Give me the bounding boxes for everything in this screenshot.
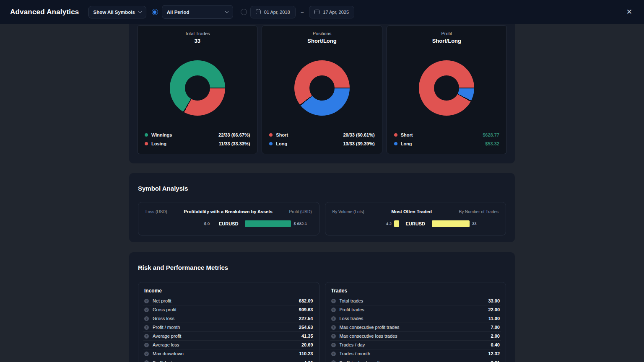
info-icon[interactable]: ?: [331, 308, 336, 312]
date-range-separator: –: [301, 9, 304, 15]
info-icon[interactable]: ?: [331, 343, 336, 347]
period-dropdown[interactable]: All Period: [162, 5, 233, 19]
info-icon[interactable]: ?: [144, 325, 149, 330]
table-rows: ? Total trades 33.00 ? Profit trades 22.…: [330, 297, 501, 362]
left-axis-label: By Volume (Lots): [332, 209, 364, 214]
table-row: ? Trades / month 12.32: [330, 349, 501, 358]
section-title: Risk and Performance Metrics: [138, 264, 506, 271]
info-icon[interactable]: ?: [331, 334, 336, 339]
table-row: ? Profit factor 4.00: [143, 358, 314, 362]
symbols-dropdown-value: Show All Symbols: [93, 10, 135, 15]
legend-row: Short $628.77: [394, 132, 499, 138]
card-value: Short/Long: [269, 38, 374, 44]
date-from-value: 01 Apr, 2018: [264, 10, 290, 15]
legend: Short 20/33 (60.61%) Long 13/33 (39.39%): [269, 132, 374, 147]
legend-row: Short 20/33 (60.61%): [269, 132, 374, 138]
info-icon[interactable]: ?: [144, 360, 149, 362]
symbol-label: EURUSD: [212, 221, 245, 226]
profit-donut-chart: [419, 60, 474, 116]
legend-row: Long 13/33 (39.39%): [269, 140, 374, 147]
card-value: 33: [145, 38, 250, 44]
right-axis-label: Profit (USD): [289, 209, 312, 214]
date-to-value: 17 Apr, 2025: [323, 10, 349, 15]
chevron-down-icon: [225, 10, 229, 13]
table-row: ? Trades / day 0.40: [330, 341, 501, 349]
info-icon[interactable]: ?: [331, 325, 336, 330]
info-icon[interactable]: ?: [144, 308, 149, 312]
symbols-dropdown[interactable]: Show All Symbols: [88, 6, 146, 18]
info-icon[interactable]: ?: [144, 299, 149, 303]
income-table: Income ? Net profit 682.09 ? Gross profi…: [138, 282, 319, 362]
symbol-label: EURUSD: [399, 221, 432, 226]
legend-dot: [394, 133, 397, 137]
table-row: ? Average loss 20.69: [143, 341, 314, 349]
table-row: ? Max consecutive profit trades 7.00: [330, 323, 501, 332]
card-label: Positions: [269, 31, 374, 36]
left-axis-label: Loss (USD): [145, 209, 167, 214]
legend-dot: [145, 133, 148, 137]
profit-card: Profit Short/Long Short $628.77 Long $53…: [387, 25, 507, 154]
date-from-input[interactable]: 01 Apr, 2018: [250, 6, 296, 18]
section-title: Symbol Analysis: [138, 185, 506, 192]
info-icon[interactable]: ?: [331, 316, 336, 321]
table-row: ? Profit trades 22.00: [330, 305, 501, 314]
chevron-down-icon: [138, 10, 142, 13]
table-title: Trades: [330, 287, 501, 297]
positions-card: Positions Short/Long Short 20/33 (60.61%…: [262, 25, 382, 154]
trades-bar: [432, 220, 470, 227]
legend-dot: [145, 142, 148, 145]
table-row: ? Profit / month 254.63: [143, 323, 314, 332]
positions-donut-chart: [294, 60, 350, 116]
legend-dot: [269, 142, 273, 145]
symbol-bar-row: $ 0 EURUSD $ 682.1: [145, 220, 312, 227]
content-column: Total Trades 33 Winnings 22/33 (66.67%) …: [129, 24, 515, 362]
right-axis-label: By Number of Trades: [459, 209, 499, 214]
custom-range-radio[interactable]: [241, 9, 247, 15]
total-trades-donut-chart: [170, 60, 225, 116]
all-period-radio[interactable]: [152, 9, 158, 15]
symbol-bar-row: 4.2 EURUSD 33: [332, 220, 499, 227]
table-title: Income: [143, 287, 314, 297]
period-dropdown-value: All Period: [167, 10, 190, 15]
page-title: Advanced Analytics: [10, 8, 79, 16]
total-trades-card: Total Trades 33 Winnings 22/33 (66.67%) …: [137, 25, 257, 154]
profit-bar: [245, 220, 291, 227]
legend-row: Losing 11/33 (33.33%): [145, 140, 250, 147]
volume-bar: [394, 220, 399, 227]
table-row: ? Max drawdown 110.23: [143, 349, 314, 358]
chart-title: Profitability with a Breakdown by Assets: [184, 209, 273, 214]
calendar-icon: [256, 10, 261, 14]
table-row: ? Loss trades 11.00: [330, 314, 501, 323]
trades-table: Trades ? Total trades 33.00 ? Profit tra…: [325, 282, 506, 362]
title-bar: Advanced Analytics Show All Symbols All …: [0, 0, 644, 24]
legend: Winnings 22/33 (66.67%) Losing 11/33 (33…: [145, 132, 250, 147]
info-icon[interactable]: ?: [331, 299, 336, 303]
card-value: Short/Long: [394, 38, 499, 44]
info-icon[interactable]: ?: [144, 316, 149, 321]
legend-row: Winnings 22/33 (66.67%): [145, 132, 250, 138]
info-icon[interactable]: ?: [144, 343, 149, 347]
profitability-by-assets-card: Loss (USD) Profitability with a Breakdow…: [138, 202, 319, 235]
legend-dot: [269, 133, 273, 137]
most-often-traded-card: By Volume (Lots) Most Often Traded By Nu…: [325, 202, 506, 235]
close-icon[interactable]: ✕: [625, 7, 634, 17]
legend-row: Long $53.32: [394, 140, 499, 147]
table-row: ? Gross loss 227.54: [143, 314, 314, 323]
info-icon[interactable]: ?: [331, 360, 336, 362]
legend: Short $628.77 Long $53.32: [394, 132, 499, 147]
risk-metrics-panel: Risk and Performance Metrics Income ? Ne…: [129, 252, 515, 362]
legend-dot: [394, 142, 397, 145]
table-row: ? Average profit 41.35: [143, 332, 314, 341]
date-to-input[interactable]: 17 Apr, 2025: [309, 6, 354, 18]
table-row: ? Max consecutive loss trades 2.00: [330, 332, 501, 341]
card-label: Profit: [394, 31, 499, 36]
info-icon[interactable]: ?: [144, 352, 149, 356]
table-row: ? Profit trades / month 8.21: [330, 358, 501, 362]
info-icon[interactable]: ?: [144, 334, 149, 339]
table-row: ? Total trades 33.00: [330, 297, 501, 305]
symbol-analysis-panel: Symbol Analysis Loss (USD) Profitability…: [129, 173, 515, 242]
table-row: ? Gross profit 909.63: [143, 305, 314, 314]
chart-title: Most Often Traded: [391, 209, 432, 214]
table-row: ? Net profit 682.09: [143, 297, 314, 305]
info-icon[interactable]: ?: [331, 352, 336, 356]
